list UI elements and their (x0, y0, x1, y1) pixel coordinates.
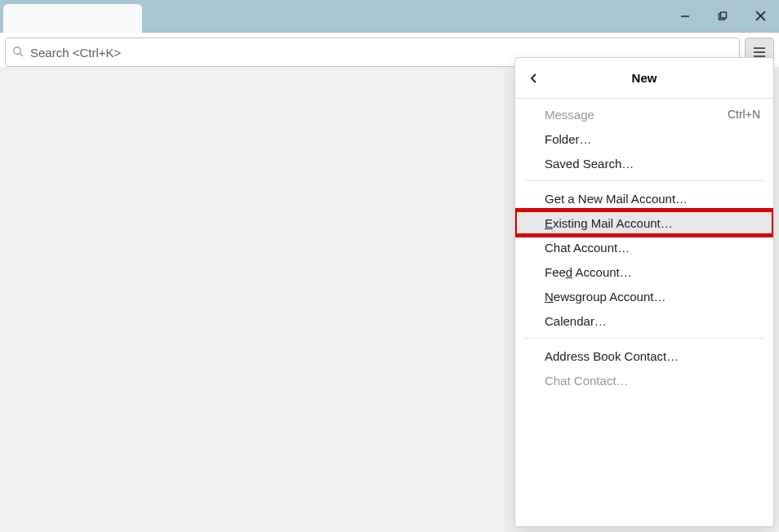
menu-item-label: Newsgroup Account… (545, 290, 665, 304)
menu-item-feed-account[interactable]: Feed Account… (515, 259, 773, 284)
menu-item-label: Chat Account… (545, 241, 630, 255)
menu-item-newsgroup-account[interactable]: Newsgroup Account… (515, 284, 773, 308)
minimize-icon (680, 11, 690, 21)
titlebar (0, 0, 779, 33)
chevron-left-icon (528, 73, 540, 84)
tab-background (3, 4, 142, 33)
menu-item-label: Feed Account… (545, 265, 632, 279)
menu-item-label: Existing Mail Account… (545, 216, 673, 230)
maximize-button[interactable] (704, 0, 741, 32)
minimize-button[interactable] (666, 0, 704, 32)
menu-item-calendar[interactable]: Calendar… (515, 308, 773, 333)
menu-item-label: Address Book Contact… (545, 349, 679, 363)
search-icon (12, 46, 24, 60)
submenu-header: New (515, 58, 773, 99)
menu-item-label: Chat Contact… (545, 374, 629, 388)
close-icon (755, 11, 766, 21)
menu-item-label: Get a New Mail Account… (545, 192, 688, 206)
close-button[interactable] (741, 0, 779, 32)
menu-item-address-book-contact[interactable]: Address Book Contact… (515, 344, 773, 368)
menu-separator (525, 180, 763, 181)
submenu-title: New (515, 71, 773, 85)
menu-item-shortcut: Ctrl+N (728, 108, 760, 121)
window-controls (666, 0, 779, 32)
menu-item-label: Calendar… (545, 314, 607, 328)
menu-item-saved-search[interactable]: Saved Search… (515, 151, 773, 175)
menu-item-folder[interactable]: Folder… (515, 126, 773, 151)
menu-item-chat-contact: Chat Contact… (515, 368, 773, 392)
back-button[interactable] (515, 58, 553, 98)
new-submenu: New Message Ctrl+N Folder… Saved Search…… (514, 57, 774, 527)
menu-separator (525, 338, 763, 339)
menu-item-message: Message Ctrl+N (515, 102, 773, 126)
menu-item-existing-mail-account[interactable]: Existing Mail Account… (515, 211, 773, 235)
menu-item-label: Saved Search… (545, 157, 634, 171)
svg-line-6 (20, 53, 23, 56)
menu-item-chat-account[interactable]: Chat Account… (515, 235, 773, 259)
menu-item-label: Message (545, 108, 594, 122)
menu-item-get-new-mail-account[interactable]: Get a New Mail Account… (515, 186, 773, 211)
maximize-icon (718, 11, 728, 21)
submenu-list: Message Ctrl+N Folder… Saved Search… Get… (515, 99, 773, 396)
hamburger-icon (753, 47, 766, 58)
menu-item-label: Folder… (545, 132, 592, 146)
svg-point-5 (14, 47, 21, 54)
svg-rect-2 (721, 12, 727, 18)
